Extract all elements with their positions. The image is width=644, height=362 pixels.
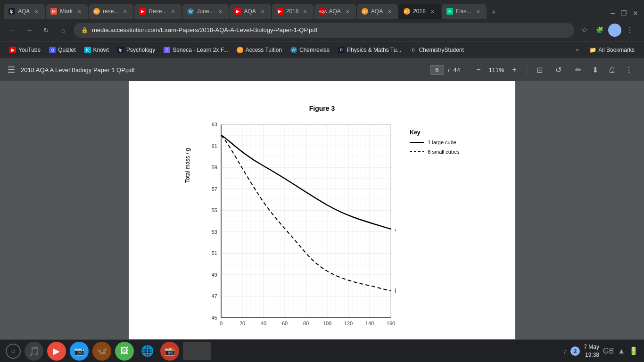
pdf-more-button[interactable]: ⋮ [621,62,636,77]
new-tab-button[interactable]: + [487,6,501,19]
tab-7[interactable]: ▶ 2018 ✕ [272,4,314,19]
bookmark-chemrevise[interactable]: W Chemrevise [287,45,333,55]
bookmark-youtube-label: YouTube [18,47,41,53]
zoom-in-button[interactable]: + [508,63,521,76]
extension-button[interactable]: 🧩 [593,24,606,37]
tab-7-close[interactable]: ✕ [301,8,309,15]
key-solid-line [410,142,424,143]
bookmark-seneca[interactable]: S Seneca - Learn 2x F... [160,45,231,55]
start-button[interactable]: ○ [6,344,21,359]
tab-11-close[interactable]: ✕ [474,8,482,15]
tab-10[interactable]: AT 2018 ✕ [399,4,441,19]
pdf-fit-page-button[interactable]: ⊡ [533,63,546,76]
tab-10-close[interactable]: ✕ [429,8,436,15]
tab-2-close[interactable]: ✕ [75,8,83,15]
address-input[interactable]: 🔒 media.accesstuition.com/Exam-Papers/20… [74,23,574,38]
bookmarks-more-button[interactable]: » [573,44,582,55]
bookmark-access-tuition[interactable]: AT Access Tuition [233,45,286,55]
pdf-rotate-button[interactable]: ↺ [552,63,565,76]
tab-5-close[interactable]: ✕ [216,8,224,15]
taskbar-thumbnail[interactable] [183,342,211,360]
tab-9[interactable]: AT AQA ✕ [357,4,398,19]
tab-11[interactable]: F Flas... ✕ [442,4,487,19]
forward-button[interactable]: → [23,24,36,37]
tab-9-close[interactable]: ✕ [386,8,393,15]
bookmark-psychology[interactable]: ip Psychology [114,45,159,55]
bookmark-knowt[interactable]: K Knowt [81,45,113,55]
youtube-favicon: ▶ [9,47,16,53]
bookmark-cs-label: ChemistryStudent [419,47,463,53]
chart-container: Figure 3 Total mass / g [157,100,487,339]
restore-button[interactable]: ❐ [619,8,629,19]
tab-6[interactable]: ▶ AQA ✕ [230,4,271,19]
reload-button[interactable]: ↻ [40,24,53,37]
taskbar-app-6[interactable]: 📸 [160,342,179,361]
back-button[interactable]: ← [6,24,19,37]
taskbar-app-4[interactable]: 🦋 [92,342,111,361]
bookmark-quizlet-label: Quizlet [58,47,75,53]
music-icon: ♪ [563,347,567,355]
pdf-menu-button[interactable]: ☰ [8,65,15,75]
bookmarks-folder[interactable]: 📁 All Bookmarks [586,45,638,55]
pdf-download-button[interactable]: ⬇ [587,62,603,77]
tab-5[interactable]: W June... ✕ [182,4,229,19]
tab-6-close[interactable]: ✕ [259,8,266,15]
chart-area: Total mass / g [184,120,459,339]
pdf-print-button[interactable]: 🖨 [604,62,619,77]
tab-8-close[interactable]: ✕ [344,8,351,15]
tab-4-favicon: ▶ [139,8,146,15]
quizlet-favicon: Q [49,47,56,53]
tab-5-label: June... [197,8,214,15]
tab-8[interactable]: AQA AQA ✕ [314,4,355,19]
minimize-button[interactable]: ─ [609,8,617,19]
tab-3-close[interactable]: ✕ [121,8,129,15]
svg-text:140: 140 [365,321,374,326]
svg-text:20: 20 [239,321,245,326]
pdf-zoom-value: 111% [487,66,506,74]
taskbar-app-3[interactable]: 📷 [70,342,89,361]
svg-text:57: 57 [212,186,217,192]
bookmark-pm-label: Physics & Maths Tu... [347,47,401,53]
taskbar-app-2[interactable]: ▶ [47,342,66,361]
bookmark-quizlet[interactable]: Q Quizlet [45,45,79,55]
taskbar-app-5[interactable]: 🖼 [115,342,134,361]
chemrevise-favicon: W [290,47,297,53]
svg-text:49: 49 [212,272,217,278]
address-text: media.accesstuition.com/Exam-Papers/2018… [92,26,317,33]
pdf-divider-1 [466,64,466,75]
tab-1[interactable]: ip AQA ✕ [4,4,45,19]
profile-icon[interactable] [608,24,621,37]
extensions-button[interactable]: ⋮ [623,24,636,37]
bookmark-star-button[interactable]: ☆ [578,24,591,37]
close-button[interactable]: ✕ [631,8,640,19]
tab-3[interactable]: AT rese... ✕ [89,4,133,19]
bookmark-youtube[interactable]: ▶ YouTube [6,45,44,55]
pdf-edit-button[interactable]: ✏ [570,62,586,77]
taskbar-app-chrome[interactable]: 🌐 [138,342,157,361]
cs-favicon: C [410,47,416,53]
tab-2[interactable]: M Mark ✕ [46,4,88,19]
svg-text:47: 47 [212,293,217,299]
bookmark-chemistry-student[interactable]: C ChemistryStudent [406,45,467,55]
svg-text:A: A [395,226,396,232]
pdf-total-pages: 44 [454,66,460,74]
bookmark-seneca-label: Seneca - Learn 2x F... [173,47,228,53]
pdf-page-input[interactable] [430,65,444,75]
tab-4-close[interactable]: ✕ [169,8,177,15]
knowt-favicon: K [84,47,91,53]
zoom-out-button[interactable]: − [472,63,485,76]
bookmark-physics-maths[interactable]: P Physics & Maths Tu... [334,45,405,55]
tab-10-label: 2018 [413,8,426,15]
tab-10-favicon: AT [404,8,410,15]
lock-icon: 🔒 [81,27,88,33]
pdf-divider-2 [527,64,527,75]
tab-4[interactable]: ▶ Rese... ✕ [134,4,182,19]
key-dashed-label: 8 small cubes [428,149,459,155]
home-button[interactable]: ⌂ [57,24,70,37]
tab-1-close[interactable]: ✕ [33,8,40,15]
bookmarks-bar: ▶ YouTube Q Quizlet K Knowt ip Psycholog… [0,41,644,58]
taskbar-app-1[interactable]: 🎵 [25,342,43,361]
pdf-page-separator: / [448,66,450,74]
svg-text:59: 59 [212,165,217,170]
pm-favicon: P [338,47,345,53]
